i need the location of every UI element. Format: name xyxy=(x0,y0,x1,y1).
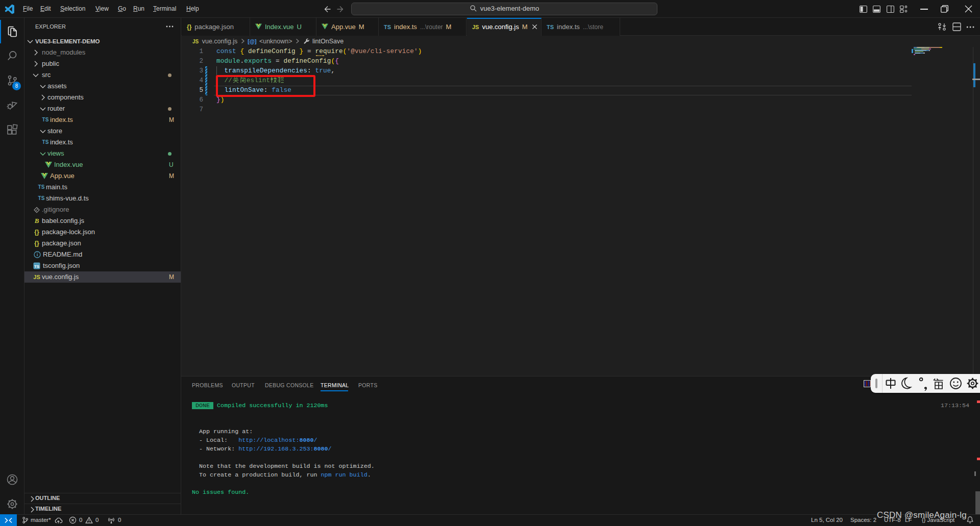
svg-text:TS: TS xyxy=(34,264,40,269)
